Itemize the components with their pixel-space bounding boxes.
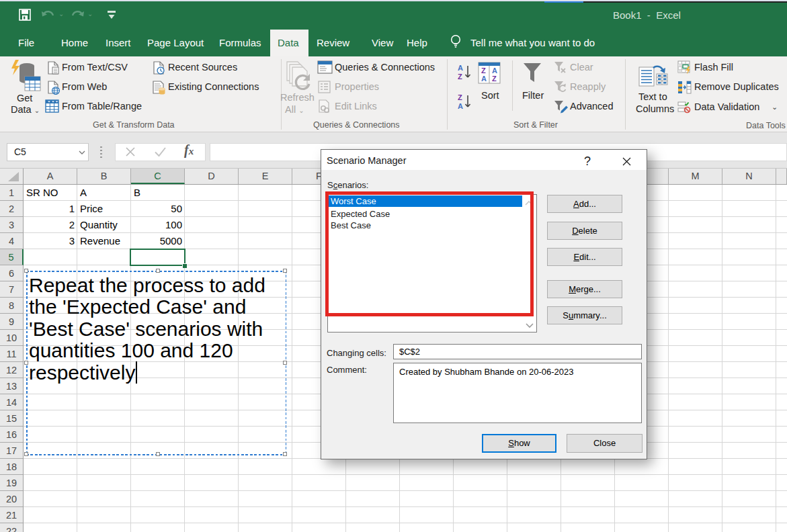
svg-text:A: A <box>458 64 463 72</box>
svg-text:Z: Z <box>458 73 462 81</box>
svg-text:A: A <box>492 66 497 75</box>
svg-text:A: A <box>458 102 463 110</box>
svg-text:A: A <box>481 75 487 83</box>
svg-text:Z: Z <box>458 93 462 101</box>
svg-text:Z: Z <box>481 66 486 75</box>
svg-text:Z: Z <box>492 75 497 83</box>
